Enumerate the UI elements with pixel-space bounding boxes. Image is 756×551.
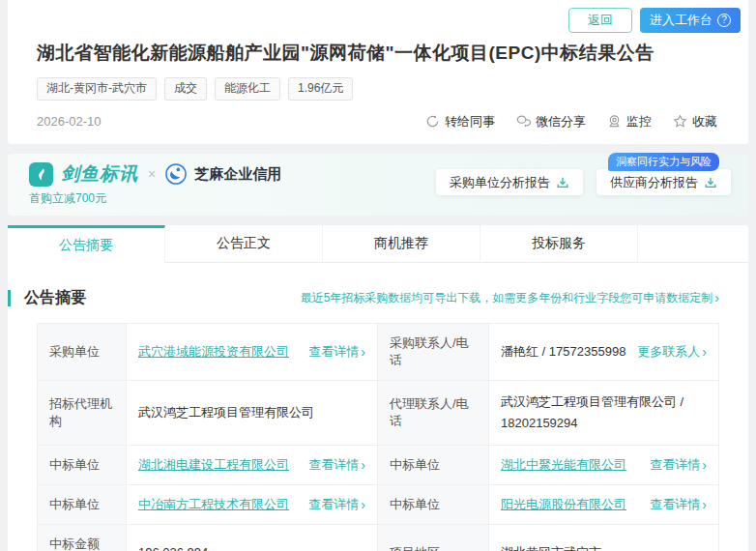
- favorite-button[interactable]: 收藏: [673, 113, 717, 130]
- content-card: 公告摘要 公告正文 商机推荐 投标服务 公告摘要 最近5年招标采购数据均可导出下…: [8, 225, 748, 551]
- amount-tag: 1.96亿元: [288, 77, 353, 101]
- status-tag: 成交: [164, 77, 207, 101]
- chevron-right-icon: ›: [361, 458, 365, 472]
- tab-announcement-body[interactable]: 公告正文: [165, 225, 323, 263]
- announcement-header-card: 返回 进入工作台 ? 湖北省智能化新能源船舶产业园"源网荷储"一体化项目(EPC…: [8, 0, 748, 144]
- row-label: 采购单位: [38, 324, 127, 380]
- download-icon: [704, 176, 717, 189]
- tabbar: 公告摘要 公告正文 商机推荐 投标服务: [8, 225, 748, 263]
- forward-icon: [425, 114, 440, 129]
- row-label: 招标代理机构: [38, 381, 127, 445]
- agency-value: 武汉鸿芝工程项目管理有限公司: [127, 381, 378, 445]
- project-region-value: 湖北黄冈市武穴市: [489, 525, 718, 551]
- promo-banner: 剑鱼标讯 × 芝麻企业信用 首购立减700元 采购单位分析报告 洞察同行实力与风…: [8, 154, 748, 216]
- more-contacts-link[interactable]: 更多联系人 ›: [637, 343, 707, 361]
- table-row: 采购单位 武穴港域能源投资有限公司 查看详情 › 采购联系人/电话 潘艳红 / …: [38, 324, 718, 381]
- monitor-button[interactable]: 监控: [607, 113, 652, 130]
- enter-workspace-button[interactable]: 进入工作台 ?: [640, 8, 741, 33]
- partner-name: 芝麻企业信用: [194, 165, 281, 184]
- agency-contact-value: 武汉鸿芝工程项目管理有限公司 / 18202159294: [489, 381, 718, 445]
- jianyu-fish-logo-icon: [29, 162, 53, 187]
- winner-company-link[interactable]: 湖北湘电建设工程有限公司: [138, 456, 289, 474]
- table-row: 中标单位 湖北湘电建设工程有限公司 查看详情 › 中标单位 湖北中聚光能有限公司…: [38, 446, 718, 485]
- action-bar: 转给同事 微信分享 监控 收藏: [425, 113, 717, 130]
- download-icon: [556, 176, 569, 189]
- data-export-link[interactable]: 最近5年招标采购数据均可导出下载，如需更多年份和行业字段您可申请数据定制 ›: [301, 290, 719, 306]
- purchaser-contact-value: 潘艳红 / 17572355998: [501, 343, 625, 361]
- table-row: 中标单位 中冶南方工程技术有限公司 查看详情 › 中标单位 阳光电源股份有限公司…: [38, 485, 718, 525]
- back-button[interactable]: 返回: [568, 8, 632, 33]
- table-row: 中标金额（元） 196,036,994 项目地区 湖北黄冈市武穴市: [38, 525, 718, 551]
- forward-to-colleague-button[interactable]: 转给同事: [425, 113, 495, 130]
- table-row: 招标代理机构 武汉鸿芝工程项目管理有限公司 代理联系人/电话 武汉鸿芝工程项目管…: [38, 381, 718, 446]
- collab-x-separator: ×: [148, 166, 156, 182]
- wechat-icon: [516, 114, 531, 129]
- view-details-link[interactable]: 查看详情 ›: [650, 496, 707, 513]
- chevron-right-icon: ›: [361, 498, 365, 511]
- purchaser-company-link[interactable]: 武穴港域能源投资有限公司: [138, 343, 289, 361]
- row-label: 项目地区: [378, 525, 489, 551]
- summary-table: 采购单位 武穴港域能源投资有限公司 查看详情 › 采购联系人/电话 潘艳红 / …: [37, 323, 719, 551]
- winner-company-link[interactable]: 湖北中聚光能有限公司: [501, 456, 626, 474]
- chevron-right-icon: ›: [702, 345, 707, 359]
- insight-badge: 洞察同行实力与风险: [608, 153, 719, 171]
- view-details-link[interactable]: 查看详情 ›: [308, 343, 365, 361]
- enter-workspace-label: 进入工作台: [650, 12, 712, 29]
- winner-company-link[interactable]: 阳光电源股份有限公司: [501, 496, 626, 513]
- tab-bidding-service[interactable]: 投标服务: [480, 225, 638, 263]
- award-amount-value: 196,036,994: [127, 525, 378, 551]
- chevron-right-icon: ›: [361, 345, 365, 359]
- row-label: 中标单位: [378, 485, 489, 524]
- publish-date: 2026-02-10: [37, 114, 102, 129]
- promo-text: 首购立减700元: [29, 190, 281, 207]
- row-label: 中标单位: [378, 446, 489, 484]
- tab-opportunity-recommend[interactable]: 商机推荐: [323, 225, 480, 263]
- section-title: 公告摘要: [24, 288, 86, 308]
- section-accent-bar: [8, 290, 11, 306]
- winner-company-link[interactable]: 中冶南方工程技术有限公司: [138, 496, 289, 513]
- tab-announcement-summary[interactable]: 公告摘要: [8, 225, 165, 263]
- supplier-report-button[interactable]: 供应商分析报告: [596, 169, 731, 195]
- row-label: 代理联系人/电话: [378, 381, 489, 445]
- page-title: 湖北省智能化新能源船舶产业园"源网荷储"一体化项目(EPC)中标结果公告: [37, 41, 741, 66]
- wechat-share-button[interactable]: 微信分享: [516, 113, 586, 130]
- tabbar-filler: [638, 225, 748, 263]
- row-label: 采购联系人/电话: [378, 324, 489, 380]
- region-tag: 湖北-黄冈市-武穴市: [37, 77, 157, 101]
- purchaser-report-button[interactable]: 采购单位分析报告: [436, 169, 583, 195]
- view-details-link[interactable]: 查看详情 ›: [308, 456, 365, 474]
- chevron-right-icon: ›: [702, 458, 707, 472]
- brand-name: 剑鱼标讯: [61, 161, 138, 187]
- zhima-credit-logo-icon: [165, 163, 187, 185]
- row-label: 中标单位: [38, 446, 127, 484]
- help-icon: ?: [717, 14, 731, 27]
- monitor-icon: [607, 114, 622, 129]
- chevron-right-icon: ›: [702, 498, 707, 511]
- tag-row: 湖北-黄冈市-武穴市 成交 能源化工 1.96亿元: [37, 77, 741, 101]
- row-label: 中标单位: [38, 485, 127, 524]
- industry-tag: 能源化工: [215, 77, 280, 101]
- row-label: 中标金额（元）: [38, 525, 127, 551]
- view-details-link[interactable]: 查看详情 ›: [308, 496, 365, 513]
- topbar: 返回 进入工作台 ?: [37, 8, 741, 33]
- view-details-link[interactable]: 查看详情 ›: [650, 456, 707, 474]
- chevron-right-icon: ›: [714, 291, 719, 304]
- star-icon: [673, 114, 687, 129]
